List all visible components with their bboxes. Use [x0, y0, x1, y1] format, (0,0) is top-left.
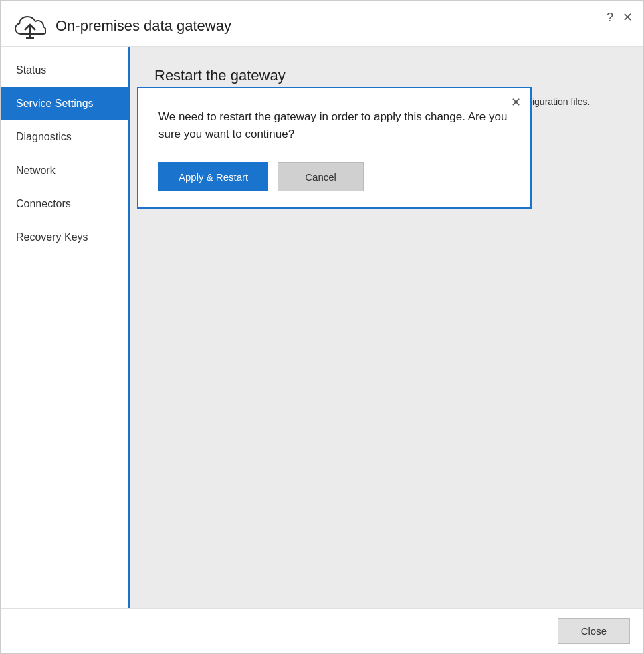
title-bar: On-premises data gateway ? ✕: [1, 1, 643, 47]
main-window: On-premises data gateway ? ✕ Status Serv…: [0, 0, 644, 654]
app-title: On-premises data gateway: [56, 17, 231, 35]
window-close-button[interactable]: ✕: [623, 11, 633, 23]
title-bar-controls: ? ✕: [607, 11, 633, 23]
content-area: Restart the gateway It is recommended to…: [130, 47, 643, 608]
sidebar-item-status[interactable]: Status: [1, 53, 128, 87]
dialog-close-button[interactable]: ✕: [511, 95, 521, 110]
sidebar: Status Service Settings Diagnostics Netw…: [1, 47, 130, 608]
dialog-overlay: ✕ We need to restart the gateway in orde…: [130, 47, 643, 608]
sidebar-item-diagnostics[interactable]: Diagnostics: [1, 120, 128, 154]
main-content: Status Service Settings Diagnostics Netw…: [1, 47, 643, 608]
sidebar-item-recovery-keys[interactable]: Recovery Keys: [1, 221, 128, 254]
sidebar-item-network[interactable]: Network: [1, 154, 128, 187]
sidebar-item-connectors[interactable]: Connectors: [1, 187, 128, 221]
dialog-actions: Apply & Restart Cancel: [158, 162, 510, 191]
cancel-button[interactable]: Cancel: [278, 162, 364, 191]
footer: Close: [1, 608, 643, 653]
apply-restart-button[interactable]: Apply & Restart: [158, 162, 268, 191]
sidebar-item-service-settings[interactable]: Service Settings: [1, 87, 128, 120]
close-button[interactable]: Close: [558, 618, 630, 644]
cloud-upload-icon: [14, 13, 46, 39]
confirm-dialog: ✕ We need to restart the gateway in orde…: [137, 87, 532, 209]
help-button[interactable]: ?: [607, 11, 613, 23]
dialog-body: We need to restart the gateway in order …: [138, 88, 530, 207]
dialog-message: We need to restart the gateway in order …: [158, 108, 510, 142]
